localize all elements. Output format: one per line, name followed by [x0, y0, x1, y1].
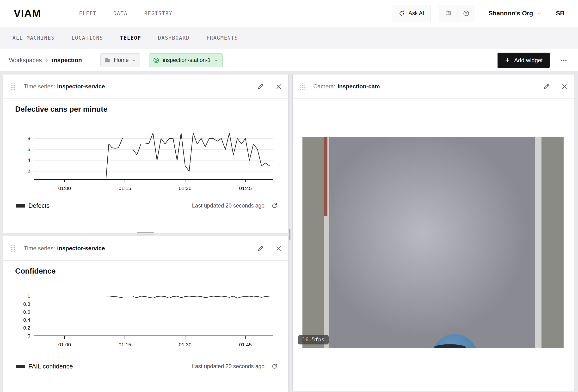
refresh-button[interactable]: [271, 202, 278, 209]
machine-online-icon: [153, 57, 159, 64]
conveyor-right-strip: [535, 137, 541, 348]
widget-kind: Time series:: [24, 245, 55, 252]
subnav-fragments[interactable]: FRAGMENTS: [206, 35, 238, 41]
edit-widget-button[interactable]: [543, 83, 550, 90]
ask-ai-label: Ask AI: [408, 10, 424, 17]
svg-text:01:45: 01:45: [239, 186, 252, 191]
ellipsis-icon: [560, 57, 567, 64]
legend-label: Defects: [28, 202, 49, 209]
close-widget-button[interactable]: [561, 83, 568, 90]
widget-kind: Camera:: [313, 83, 335, 90]
nav-item-fleet[interactable]: FLEET: [79, 10, 96, 16]
svg-text:01:45: 01:45: [239, 342, 252, 347]
subnav-teleop[interactable]: TELEOP: [120, 35, 141, 41]
chevron-down-icon: [214, 58, 218, 62]
workspace-more-menu[interactable]: [559, 56, 568, 65]
fps-badge: 16.5fps: [298, 335, 329, 344]
nav-item-registry[interactable]: REGISTRY: [144, 10, 173, 16]
close-icon: [276, 245, 282, 252]
defects-chart: 246801:0001:1501:3001:45: [10, 121, 278, 193]
last-updated-text: Last updated 20 seconds ago: [192, 363, 264, 370]
legend-label: FAIL confidence: [28, 363, 73, 370]
top-bar: VIAM FLEET DATA REGISTRY Ask AI: [0, 0, 578, 27]
chart-legend-row: FAIL confidence Last updated 20 seconds …: [3, 363, 288, 370]
add-widget-button[interactable]: Add widget: [497, 52, 550, 68]
svg-text:0.2: 0.2: [23, 325, 30, 331]
svg-text:01:00: 01:00: [58, 186, 71, 191]
pencil-icon: [257, 83, 264, 90]
building-icon: [104, 57, 111, 63]
workspace-toolbar: Workspaces inspection Home inspection-st…: [0, 49, 578, 71]
help-icon: ?: [463, 10, 469, 17]
close-widget-button[interactable]: [276, 83, 282, 90]
location-label: Home: [114, 57, 129, 63]
refresh-button[interactable]: [271, 363, 278, 370]
book-icon: [445, 10, 451, 17]
legend-swatch: [16, 204, 25, 207]
subnav-all-machines[interactable]: ALL MACHINES: [12, 35, 55, 41]
legend-swatch: [16, 365, 25, 368]
conveyor-left-band: [302, 137, 324, 348]
refresh-icon: [271, 363, 278, 370]
widget-source: inspector-service: [57, 245, 105, 252]
camera-widget: Camera: inspection-cam: [292, 74, 574, 391]
edit-widget-button[interactable]: [257, 83, 264, 90]
widget-header: Camera: inspection-cam: [292, 74, 574, 99]
edit-widget-button[interactable]: [257, 245, 264, 252]
confidence-chart: 00.20.40.60.8101:0001:1501:3001:45: [10, 288, 278, 349]
svg-text:01:00: 01:00: [58, 342, 71, 347]
machine-selector[interactable]: inspection-station-1: [149, 53, 222, 67]
svg-text:?: ?: [465, 11, 467, 15]
org-name: Shannon's Org: [489, 10, 533, 17]
svg-text:0.4: 0.4: [23, 317, 31, 323]
chevron-down-icon: [132, 58, 136, 62]
subnav-dashboard[interactable]: DASHBOARD: [158, 35, 190, 41]
docs-button[interactable]: [439, 5, 457, 22]
svg-text:6: 6: [27, 147, 30, 152]
conveyor-red-stripe: [324, 137, 329, 348]
close-icon: [276, 83, 282, 90]
ask-ai-button[interactable]: Ask AI: [392, 5, 430, 22]
svg-text:0.6: 0.6: [23, 309, 30, 315]
text-cursor: [84, 55, 84, 66]
chevron-down-icon: [537, 11, 542, 16]
drag-handle-icon[interactable]: [10, 245, 16, 252]
close-icon: [561, 83, 568, 90]
nav-item-data[interactable]: DATA: [113, 10, 128, 16]
column-resize-handle[interactable]: [289, 229, 290, 240]
breadcrumb-workspaces[interactable]: Workspaces: [9, 57, 42, 64]
svg-text:0.8: 0.8: [23, 301, 30, 307]
pencil-icon: [257, 245, 264, 252]
svg-text:01:15: 01:15: [118, 342, 131, 347]
svg-text:4: 4: [27, 157, 30, 163]
viam-app: VIAM FLEET DATA REGISTRY Ask AI: [0, 0, 578, 392]
svg-text:8: 8: [27, 136, 30, 141]
refresh-icon: [271, 202, 278, 209]
location-selector[interactable]: Home: [100, 53, 140, 67]
subnav-locations[interactable]: LOCATIONS: [72, 35, 103, 41]
help-button[interactable]: ?: [457, 5, 475, 22]
row-resize-handle[interactable]: [137, 232, 154, 235]
chart-title: Defective cans per minute: [15, 105, 288, 114]
header-actions: Ask AI ? Shannon's Org: [392, 5, 565, 22]
fleet-subnav: ALL MACHINES LOCATIONS TELEOP DASHBOARD …: [0, 27, 578, 49]
workspace-name-field[interactable]: inspection: [52, 57, 82, 64]
camera-feed: 16.5fps: [292, 99, 574, 391]
widget-source: inspection-cam: [337, 83, 380, 90]
avatar[interactable]: SB: [556, 10, 565, 17]
viam-logo[interactable]: VIAM: [14, 7, 41, 19]
svg-text:01:15: 01:15: [118, 186, 131, 191]
org-switcher[interactable]: Shannon's Org: [489, 10, 542, 17]
last-updated-text: Last updated 20 seconds ago: [192, 202, 264, 209]
drag-handle-icon[interactable]: [10, 83, 16, 90]
plus-icon: [504, 57, 511, 63]
header-divider: [60, 6, 60, 20]
drag-handle-icon[interactable]: [300, 83, 305, 90]
widget-grid: Time series: inspector-service Defe: [0, 71, 578, 392]
widget-header: Time series: inspector-service: [3, 236, 288, 261]
close-widget-button[interactable]: [276, 245, 282, 252]
svg-text:0: 0: [27, 333, 30, 339]
chart-title: Confidence: [15, 267, 288, 276]
camera-frame: [302, 137, 564, 348]
conveyor-right-band: [541, 137, 564, 348]
